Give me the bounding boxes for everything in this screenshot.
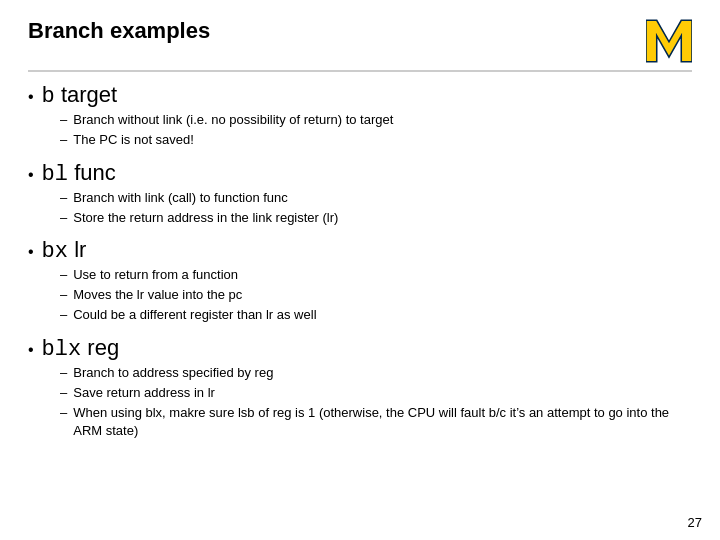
sub-text: When using blx, makre sure lsb of reg is… (73, 404, 692, 442)
bullet-dot-4: • (28, 341, 34, 359)
slide-title: Branch examples (28, 18, 210, 44)
bullet-dot-3: • (28, 243, 34, 261)
sub-bullet: – Branch to address specified by reg (60, 364, 692, 383)
sub-bullet: – Branch without link (i.e. no possibili… (60, 111, 692, 130)
sub-text: Moves the lr value into the pc (73, 286, 242, 305)
bullet-label-blx-reg: blx reg (42, 335, 120, 362)
slide-header: Branch examples (28, 18, 692, 72)
sub-text: The PC is not saved! (73, 131, 194, 150)
sub-text: Store the return address in the link reg… (73, 209, 338, 228)
sub-bullet: – Could be a different register than lr … (60, 306, 692, 325)
sub-text: Save return address in lr (73, 384, 215, 403)
sub-bullets-b-target: – Branch without link (i.e. no possibili… (60, 111, 692, 150)
bullet-section-bl-func: • bl func – Branch with link (call) to f… (28, 160, 692, 228)
sub-text: Could be a different register than lr as… (73, 306, 316, 325)
sub-bullets-bl-func: – Branch with link (call) to function fu… (60, 189, 692, 228)
bullet-label-bx-lr: bx lr (42, 237, 87, 264)
bullet-main-b-target: • b target (28, 82, 692, 109)
sub-bullet: – When using blx, makre sure lsb of reg … (60, 404, 692, 442)
sub-bullets-bx-lr: – Use to return from a function – Moves … (60, 266, 692, 325)
bullet-label-bl-func: bl func (42, 160, 116, 187)
bullet-section-blx-reg: • blx reg – Branch to address specified … (28, 335, 692, 441)
sub-bullets-blx-reg: – Branch to address specified by reg – S… (60, 364, 692, 441)
sub-bullet: – Save return address in lr (60, 384, 692, 403)
bullet-main-blx-reg: • blx reg (28, 335, 692, 362)
sub-bullet: – Use to return from a function (60, 266, 692, 285)
bullet-main-bl-func: • bl func (28, 160, 692, 187)
sub-text: Branch to address specified by reg (73, 364, 273, 383)
sub-text: Branch without link (i.e. no possibility… (73, 111, 393, 130)
bullet-label-b-target: b target (42, 82, 118, 109)
university-logo (646, 18, 692, 64)
bullet-dot-2: • (28, 166, 34, 184)
sub-bullet: – Moves the lr value into the pc (60, 286, 692, 305)
page-number: 27 (688, 515, 702, 530)
slide: Branch examples • b target – Branch with… (0, 0, 720, 540)
bullet-dot-1: • (28, 88, 34, 106)
slide-content: • b target – Branch without link (i.e. n… (28, 82, 692, 441)
sub-bullet: – Store the return address in the link r… (60, 209, 692, 228)
sub-bullet: – The PC is not saved! (60, 131, 692, 150)
bullet-section-b-target: • b target – Branch without link (i.e. n… (28, 82, 692, 150)
bullet-section-bx-lr: • bx lr – Use to return from a function … (28, 237, 692, 325)
bullet-main-bx-lr: • bx lr (28, 237, 692, 264)
sub-text: Use to return from a function (73, 266, 238, 285)
svg-marker-0 (646, 20, 692, 61)
sub-bullet: – Branch with link (call) to function fu… (60, 189, 692, 208)
sub-text: Branch with link (call) to function func (73, 189, 288, 208)
